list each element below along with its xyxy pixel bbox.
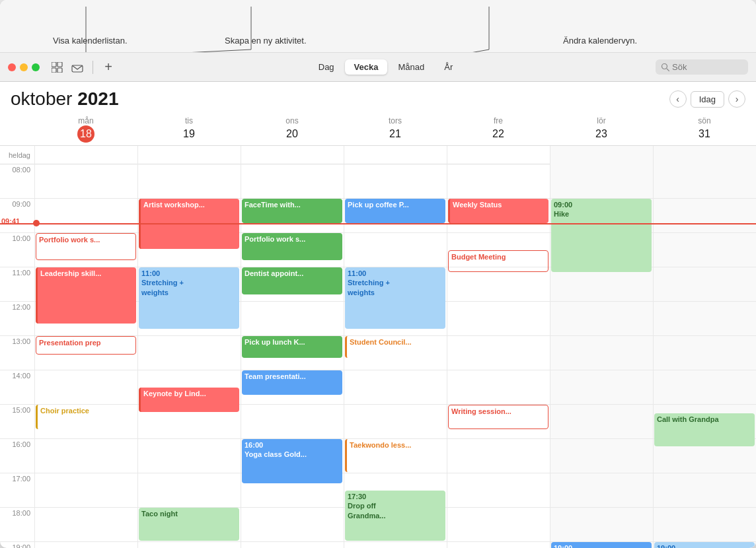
hour-cell-17:00-day6[interactable] [653,473,756,507]
event-e1[interactable]: Artist workshop... [139,199,239,249]
hour-cell-19:00-day4[interactable] [447,542,550,548]
view-month-button[interactable]: Månad [389,59,434,75]
event-e14[interactable]: Pick up lunch K... [242,336,342,358]
allday-row: heldag [0,146,756,164]
hour-cell-08:00-day4[interactable] [447,164,550,198]
hour-cell-19:00-day0[interactable] [34,542,137,548]
hour-cell-15:00-day3[interactable] [344,405,447,438]
hour-cell-13:00-day6[interactable] [653,336,756,370]
day-header-tis: tis19 [137,114,241,145]
hour-cell-19:00-day3[interactable] [344,542,447,548]
hour-cell-16:00-day1[interactable] [137,439,241,473]
prev-button[interactable]: ‹ [669,90,687,108]
hour-cell-18:00-day4[interactable] [447,508,550,541]
maximize-button[interactable] [32,63,40,71]
event-e20[interactable]: Call with Grandpa [654,413,755,446]
hour-cell-16:00-day0[interactable] [34,439,137,473]
search-input[interactable] [672,62,738,72]
hour-cell-14:00-day3[interactable] [344,370,447,404]
event-e15[interactable]: Student Council... [345,336,445,358]
minimize-button[interactable] [20,63,28,71]
event-e3[interactable]: Pick up coffee P... [345,199,445,223]
toolbar-separator [93,61,93,74]
hour-cell-17:00-day5[interactable] [550,473,653,507]
next-button[interactable]: › [728,90,745,108]
hour-cell-17:00-day0[interactable] [34,473,137,507]
view-day-button[interactable]: Dag [309,59,344,75]
event-e23[interactable]: Taco night [139,508,239,541]
inbox-icon[interactable] [70,60,85,75]
event-e2[interactable]: FaceTime with... [242,199,342,223]
event-e5[interactable]: 09:00 Hike [551,199,652,272]
month-header: oktober 2021 ‹ Idag › [0,82,756,114]
hour-cell-13:00-day5[interactable] [550,336,653,370]
event-e4[interactable]: Weekly Status [448,199,548,223]
month-title: oktober 2021 [11,88,118,110]
event-e18[interactable]: Choir practice [36,405,136,429]
hour-cell-12:00-day5[interactable] [550,302,653,335]
today-button[interactable]: Idag [691,91,724,108]
hour-cell-15:00-day5[interactable] [550,405,653,438]
hour-cell-08:00-day0[interactable] [34,164,137,198]
search-bar[interactable] [656,59,748,75]
event-e7[interactable]: Portfolio work s... [242,233,342,260]
hour-cell-15:00-day2[interactable] [241,405,344,438]
hour-cell-19:00-day1[interactable] [137,542,241,548]
hour-cell-14:00-day0[interactable] [34,370,137,404]
event-e11[interactable]: Dentist appoint... [242,267,342,294]
hour-cell-13:00-day1[interactable] [137,336,241,370]
hour-cell-08:00-day2[interactable] [241,164,344,198]
hour-cell-16:00-day4[interactable] [447,439,550,473]
event-e6[interactable]: Portfolio work s... [36,233,136,260]
hour-cell-08:00-day6[interactable] [653,164,756,198]
hour-cell-11:00-day4[interactable] [447,267,550,301]
hour-cell-12:00-day2[interactable] [241,302,344,335]
time-gutter-header [0,114,34,145]
hour-cell-14:00-day6[interactable] [653,370,756,404]
allday-cell-mon [34,146,137,164]
hour-cell-08:00-day5[interactable] [550,164,653,198]
hour-cell-18:00-day5[interactable] [550,508,653,541]
hour-cell-16:00-day5[interactable] [550,439,653,473]
hour-cell-08:00-day1[interactable] [137,164,241,198]
event-e10[interactable]: 11:00 Stretching + weights [139,267,239,329]
event-e16[interactable]: Keynote by Lind... [139,388,239,412]
event-e24[interactable]: 17:30 Drop off Grandma... [345,491,445,541]
event-e13[interactable]: Presentation prep [36,336,136,355]
hour-cell-17:00-day4[interactable] [447,473,550,507]
calendar-body[interactable]: heldag 08:0009:0010:0011:0012:0013:0014:… [0,146,756,548]
hour-cell-18:00-day0[interactable] [34,508,137,541]
hour-cell-09:00-day6[interactable] [653,199,756,232]
calendar-list-icon[interactable] [50,60,65,75]
event-e26[interactable]: 19:00 [654,542,755,548]
hour-cell-12:00-day4[interactable] [447,302,550,335]
event-e17[interactable]: Team presentati... [242,370,342,395]
hour-cell-17:00-day1[interactable] [137,473,241,507]
hour-cell-08:00-day3[interactable] [344,164,447,198]
event-e19[interactable]: Writing session... [448,405,548,429]
event-e21[interactable]: 16:00 Yoga class Gold... [242,439,342,483]
close-button[interactable] [8,63,16,71]
hour-cell-10:00-day3[interactable] [344,233,447,267]
event-e12[interactable]: 11:00 Stretching + weights [345,267,445,329]
hour-cell-18:00-day2[interactable] [241,508,344,541]
hour-cell-14:00-day5[interactable] [550,370,653,404]
hour-cell-11:00-day6[interactable] [653,267,756,301]
day-header-tors: tors21 [344,114,447,145]
view-week-button[interactable]: Vecka [345,59,388,75]
event-e22[interactable]: Taekwondo less... [345,439,445,472]
hour-cell-18:00-day6[interactable] [653,508,756,541]
add-event-button[interactable]: + [101,60,116,75]
hour-cell-12:00-day6[interactable] [653,302,756,335]
traffic-lights [8,63,40,71]
view-year-button[interactable]: År [435,59,462,75]
hour-cell-13:00-day4[interactable] [447,336,550,370]
hour-cell-11:00-day5[interactable] [550,267,653,301]
hour-cell-14:00-day4[interactable] [447,370,550,404]
event-e9[interactable]: Leadership skill... [36,267,136,324]
hour-cell-19:00-day2[interactable] [241,542,344,548]
event-e25[interactable]: 19:00 [551,542,652,548]
hour-cell-10:00-day6[interactable] [653,233,756,267]
hour-cell-09:00-day0[interactable] [34,199,137,232]
event-e8[interactable]: Budget Meeting [448,250,548,272]
